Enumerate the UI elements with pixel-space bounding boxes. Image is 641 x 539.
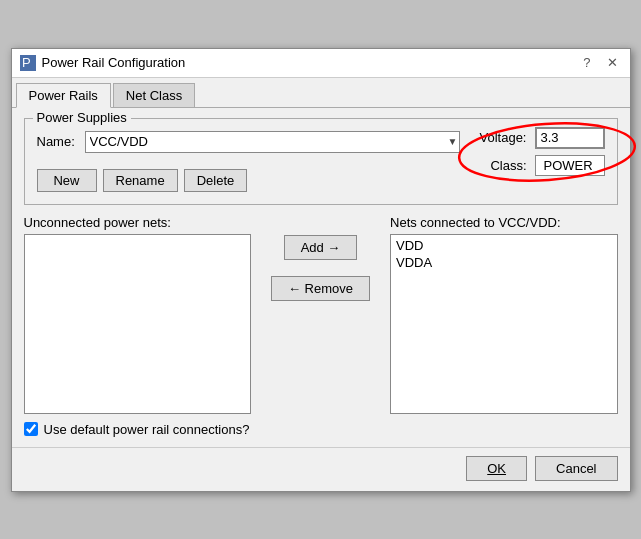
checkbox-row: Use default power rail connections?	[24, 422, 618, 437]
connected-listbox[interactable]: VDD VDDA	[390, 234, 617, 414]
dialog-title: Power Rail Configuration	[42, 55, 186, 70]
cancel-button[interactable]: Cancel	[535, 456, 617, 481]
voltage-input[interactable]	[535, 127, 605, 149]
ok-button[interactable]: OK	[466, 456, 527, 481]
unconnected-label: Unconnected power nets:	[24, 215, 251, 230]
delete-button[interactable]: Delete	[184, 169, 248, 192]
dialog: P Power Rail Configuration ? ✕ Power Rai…	[11, 48, 631, 492]
unconnected-panel: Unconnected power nets:	[24, 215, 251, 414]
svg-text:P: P	[22, 55, 31, 70]
name-row: Name: VCC/VDD ▼	[37, 131, 460, 153]
connected-panel: Nets connected to VCC/VDD: VDD VDDA	[390, 215, 617, 414]
name-select-wrapper: VCC/VDD ▼	[85, 131, 460, 153]
remove-button[interactable]: ← Remove	[271, 276, 370, 301]
voltage-row: Voltage:	[472, 127, 605, 149]
middle-buttons: Add → ← Remove	[251, 215, 390, 301]
new-button[interactable]: New	[37, 169, 97, 192]
right-col: Voltage: Class: POWER	[472, 127, 605, 176]
footer: OK Cancel	[12, 447, 630, 491]
help-button[interactable]: ?	[579, 56, 594, 69]
buttons-row: New Rename Delete	[37, 169, 460, 192]
class-value: POWER	[535, 155, 605, 176]
default-connections-checkbox[interactable]	[24, 422, 38, 436]
app-icon: P	[20, 55, 36, 71]
power-supplies-group: Power Supplies Name: VCC/VDD ▼ New	[24, 118, 618, 205]
name-select[interactable]: VCC/VDD	[85, 131, 460, 153]
connected-label: Nets connected to VCC/VDD:	[390, 215, 617, 230]
title-bar: P Power Rail Configuration ? ✕	[12, 49, 630, 78]
voltage-section: Voltage: Class: POWER	[472, 127, 605, 176]
rename-button[interactable]: Rename	[103, 169, 178, 192]
class-label: Class:	[472, 158, 527, 173]
unconnected-listbox[interactable]	[24, 234, 251, 414]
tabs: Power Rails Net Class	[12, 78, 630, 108]
voltage-label: Voltage:	[472, 130, 527, 145]
class-row: Class: POWER	[472, 155, 605, 176]
tab-power-rails[interactable]: Power Rails	[16, 83, 111, 108]
dialog-content: Power Supplies Name: VCC/VDD ▼ New	[12, 108, 630, 447]
group-label: Power Supplies	[33, 110, 131, 125]
add-button[interactable]: Add →	[284, 235, 358, 260]
left-col: Name: VCC/VDD ▼ New Rename Delete	[37, 127, 460, 192]
list-item[interactable]: VDDA	[393, 254, 614, 271]
close-button[interactable]: ✕	[603, 56, 622, 69]
tab-net-class[interactable]: Net Class	[113, 83, 195, 108]
default-connections-label[interactable]: Use default power rail connections?	[44, 422, 250, 437]
list-item[interactable]: VDD	[393, 237, 614, 254]
supply-rows: Name: VCC/VDD ▼ New Rename Delete	[37, 127, 605, 192]
nets-section: Unconnected power nets: Add → ← Remove N…	[24, 215, 618, 414]
title-bar-left: P Power Rail Configuration	[20, 55, 186, 71]
name-label: Name:	[37, 134, 77, 149]
title-bar-right: ? ✕	[579, 56, 621, 69]
